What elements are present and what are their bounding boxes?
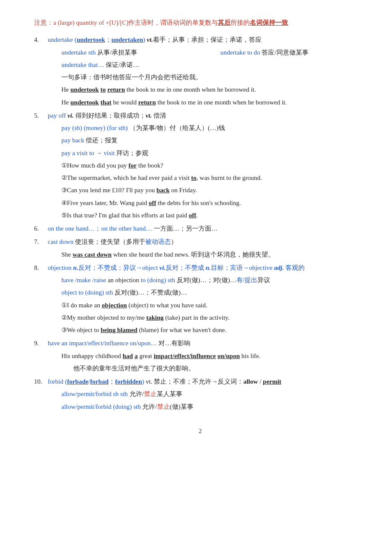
document-content: 注意：a (large) quantity of +[U]/[C]作主语时，谓语… [34, 17, 366, 436]
item-9-sub1: His unhappy childhood had a great impact… [61, 350, 366, 361]
item-7-main: cast down 使沮丧；使失望（多用于被动语态） [48, 236, 366, 247]
item-7-number: 7. [34, 236, 48, 261]
page-number: 2 [34, 426, 366, 437]
item-5-sub3: pay a visit to → visit 拜访；参观 [61, 147, 366, 159]
item-7-sub1: She was cast down when she heard the bad… [61, 249, 366, 260]
item-4-sub3: 一句多译：借书时他答应一个月内会把书还给我。 [61, 72, 366, 83]
item-5-sub2: pay back 偿还；报复 [61, 135, 366, 146]
notice-highlight-mingci: 名词保持一致 [250, 19, 288, 26]
item-8-sub5: ③We object to being blamed (blame) for w… [61, 324, 366, 335]
item-8-number: 8. [34, 262, 48, 337]
item-9-number: 9. [34, 338, 48, 375]
item-5-sub4: ①How much did you pay for the book? [61, 160, 366, 171]
item-8-sub2: object to (doing) sth 反对(做)…；不赞成(做)… [61, 287, 366, 298]
item-6-main: on the one hand…；on the other hand… 一方面…… [48, 223, 366, 234]
item-8: 8. objection n.反对；不赞成；异议→object vi.反对；不赞… [34, 262, 366, 337]
item-4-sub4: He undertook to return the book to me in… [61, 84, 366, 95]
item-7-content: cast down 使沮丧；使失望（多用于被动语态） She was cast … [48, 236, 366, 261]
item-4-main: undertake (undertook；undertaken) vt.着手；从… [48, 34, 366, 45]
item-4-number: 4. [34, 34, 48, 109]
item-5-sub1: pay (sb) (money) (for sth) （为某事/物）付（给某人）… [61, 122, 366, 133]
item-9-sub2: 他不幸的童年生活对他产生了很大的影响。 [73, 363, 366, 374]
item-8-main: objection n.反对；不赞成；异议→object vi.反对；不赞成 n… [48, 262, 366, 273]
item-7: 7. cast down 使沮丧；使失望（多用于被动语态） She was ca… [34, 236, 366, 261]
item-5: 5. pay off vi. 得到好结果；取得成功；vt. 偿清 pay (sb… [34, 110, 366, 222]
item-9-content: have an impact/effect/influence on/upon…… [48, 338, 366, 375]
item-4-sub1: undertake sth 从事/承担某事 undertake to do 答应… [61, 47, 366, 58]
item-5-main: pay off vi. 得到好结果；取得成功；vt. 偿清 [48, 110, 366, 121]
notice-text: 注意：a (large) quantity of +[U]/[C]作主语时，谓语… [34, 19, 218, 26]
item-10-content: forbid (forbade/forbad；forbidden) vt. 禁止… [48, 376, 366, 413]
item-6-content: on the one hand…；on the other hand… 一方面…… [48, 223, 366, 235]
notice-text2: 所接的 [231, 19, 250, 26]
item-5-sub6: ③Can you lend me £10? I'll pay you back … [61, 185, 366, 196]
notice-highlight-qihou: 其后 [218, 19, 231, 26]
item-5-sub8: ⑤Is that true? I'm glad that his efforts… [61, 210, 366, 221]
item-10-sub1: allow/permit/forbid sb sth 允许/禁止某人某事 [61, 388, 366, 399]
item-8-content: objection n.反对；不赞成；异议→object vi.反对；不赞成 n… [48, 262, 366, 337]
item-9-main: have an impact/effect/influence on/upon…… [48, 338, 366, 349]
item-5-sub7: ④Five years later, Mr. Wang paid off the… [61, 197, 366, 208]
item-4-sub2: undertake that… 保证/承诺… [61, 59, 366, 70]
item-4-content: undertake (undertook；undertaken) vt.着手；从… [48, 34, 366, 109]
item-10-main: forbid (forbade/forbad；forbidden) vt. 禁止… [48, 376, 366, 387]
item-5-content: pay off vi. 得到好结果；取得成功；vt. 偿清 pay (sb) (… [48, 110, 366, 222]
notice-line: 注意：a (large) quantity of +[U]/[C]作主语时，谓语… [34, 17, 366, 28]
item-9: 9. have an impact/effect/influence on/up… [34, 338, 366, 375]
item-10: 10. forbid (forbade/forbad；forbidden) vt… [34, 376, 366, 413]
item-6: 6. on the one hand…；on the other hand… 一… [34, 223, 366, 235]
item-10-sub2: allow/permit/forbid (doing) sth 允许/禁止(做)… [61, 401, 366, 412]
item-4-sub5: He undertook that he would return the bo… [61, 97, 366, 108]
item-8-sub1: have /make /raise an objection to (doing… [61, 275, 366, 286]
item-5-number: 5. [34, 110, 48, 222]
item-10-number: 10. [34, 376, 48, 413]
item-5-sub5: ②The supermarket, which he had ever paid… [61, 172, 366, 183]
item-8-sub4: ②My mother objected to my/me taking (tak… [61, 312, 366, 323]
item-6-number: 6. [34, 223, 48, 235]
item-4: 4. undertake (undertook；undertaken) vt.着… [34, 34, 366, 109]
item-8-sub3: ①I do make an objection (object) to what… [61, 300, 366, 311]
